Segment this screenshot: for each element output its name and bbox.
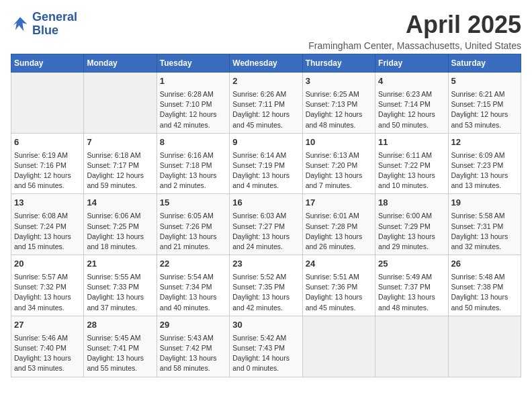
col-header-wednesday: Wednesday [230, 54, 302, 73]
sunset-text: Sunset: 7:18 PM [160, 161, 226, 171]
day-number: 30 [232, 319, 299, 332]
sunrise-text: Sunrise: 6:28 AM [160, 89, 226, 99]
sunset-text: Sunset: 7:41 PM [87, 343, 153, 353]
daylight-text: Daylight: 12 hours and 42 minutes. [160, 109, 226, 130]
day-number: 21 [87, 258, 153, 271]
daylight-text: Daylight: 13 hours and 10 minutes. [378, 171, 445, 191]
calendar-cell: 10Sunrise: 6:13 AMSunset: 7:20 PMDayligh… [302, 133, 375, 194]
day-number: 3 [306, 75, 372, 88]
daylight-text: Daylight: 13 hours and 32 minutes. [451, 232, 518, 252]
daylight-text: Daylight: 12 hours and 56 minutes. [14, 171, 81, 191]
daylight-text: Daylight: 13 hours and 15 minutes. [14, 232, 81, 252]
sunset-text: Sunset: 7:33 PM [87, 282, 153, 292]
daylight-text: Daylight: 14 hours and 0 minutes. [232, 353, 299, 373]
calendar-cell: 25Sunrise: 5:49 AMSunset: 7:37 PMDayligh… [375, 255, 448, 316]
calendar-cell [11, 73, 84, 134]
sunrise-text: Sunrise: 6:21 AM [451, 89, 518, 99]
sunset-text: Sunset: 7:36 PM [306, 282, 372, 292]
sunrise-text: Sunrise: 6:25 AM [306, 89, 372, 99]
sunrise-text: Sunrise: 5:46 AM [14, 333, 81, 343]
sunrise-text: Sunrise: 6:18 AM [87, 150, 153, 161]
sunset-text: Sunset: 7:15 PM [451, 99, 518, 109]
col-header-sunday: Sunday [11, 54, 84, 73]
daylight-text: Daylight: 13 hours and 40 minutes. [160, 292, 226, 312]
sunset-text: Sunset: 7:23 PM [451, 161, 518, 171]
sunrise-text: Sunrise: 5:45 AM [87, 333, 153, 343]
col-header-tuesday: Tuesday [157, 54, 229, 73]
sunrise-text: Sunrise: 5:48 AM [451, 272, 518, 282]
daylight-text: Daylight: 13 hours and 4 minutes. [232, 171, 299, 191]
day-number: 2 [232, 75, 299, 88]
calendar-cell [84, 73, 157, 134]
day-number: 6 [14, 136, 81, 149]
day-number: 7 [87, 136, 153, 149]
sunset-text: Sunset: 7:13 PM [306, 99, 372, 109]
day-number: 17 [306, 197, 372, 210]
daylight-text: Daylight: 13 hours and 37 minutes. [87, 292, 153, 312]
sunset-text: Sunset: 7:40 PM [14, 343, 81, 353]
calendar-cell: 29Sunrise: 5:43 AMSunset: 7:42 PMDayligh… [157, 316, 229, 377]
sunrise-text: Sunrise: 5:51 AM [306, 272, 372, 282]
sunset-text: Sunset: 7:38 PM [451, 282, 518, 292]
sunset-text: Sunset: 7:17 PM [87, 161, 153, 171]
day-number: 28 [87, 319, 153, 332]
col-header-thursday: Thursday [302, 54, 375, 73]
day-number: 8 [160, 136, 226, 149]
calendar-cell: 14Sunrise: 6:06 AMSunset: 7:25 PMDayligh… [84, 194, 157, 255]
daylight-text: Daylight: 13 hours and 42 minutes. [232, 292, 299, 312]
calendar-cell: 12Sunrise: 6:09 AMSunset: 7:23 PMDayligh… [448, 133, 521, 194]
sunrise-text: Sunrise: 6:26 AM [232, 89, 299, 99]
calendar-cell: 28Sunrise: 5:45 AMSunset: 7:41 PMDayligh… [84, 316, 157, 377]
logo-text: General Blue [32, 11, 77, 38]
sunrise-text: Sunrise: 6:13 AM [306, 150, 372, 161]
sunset-text: Sunset: 7:10 PM [160, 99, 226, 109]
calendar-cell: 20Sunrise: 5:57 AMSunset: 7:32 PMDayligh… [11, 255, 84, 316]
calendar-table: SundayMondayTuesdayWednesdayThursdayFrid… [11, 54, 521, 377]
daylight-text: Daylight: 12 hours and 45 minutes. [232, 109, 299, 130]
day-number: 11 [378, 136, 445, 149]
sunrise-text: Sunrise: 5:43 AM [160, 333, 226, 343]
day-number: 18 [378, 197, 445, 210]
calendar-cell: 13Sunrise: 6:08 AMSunset: 7:24 PMDayligh… [11, 194, 84, 255]
daylight-text: Daylight: 13 hours and 55 minutes. [87, 353, 153, 373]
calendar-cell: 9Sunrise: 6:14 AMSunset: 7:19 PMDaylight… [230, 133, 302, 194]
location: Framingham Center, Massachusetts, United… [308, 40, 521, 51]
sunset-text: Sunset: 7:35 PM [232, 282, 299, 292]
daylight-text: Daylight: 13 hours and 24 minutes. [232, 232, 299, 252]
calendar-cell: 22Sunrise: 5:54 AMSunset: 7:34 PMDayligh… [157, 255, 229, 316]
calendar-cell: 15Sunrise: 6:05 AMSunset: 7:26 PMDayligh… [157, 194, 229, 255]
sunrise-text: Sunrise: 5:42 AM [232, 333, 299, 343]
calendar-cell: 4Sunrise: 6:23 AMSunset: 7:14 PMDaylight… [375, 73, 448, 134]
daylight-text: Daylight: 13 hours and 48 minutes. [378, 292, 445, 312]
sunrise-text: Sunrise: 6:05 AM [160, 211, 226, 221]
daylight-text: Daylight: 12 hours and 48 minutes. [306, 109, 372, 130]
sunrise-text: Sunrise: 5:57 AM [14, 272, 81, 282]
daylight-text: Daylight: 13 hours and 58 minutes. [160, 353, 226, 373]
daylight-text: Daylight: 12 hours and 59 minutes. [87, 171, 153, 191]
title-block: April 2025 Framingham Center, Massachuse… [308, 11, 521, 51]
calendar-cell: 1Sunrise: 6:28 AMSunset: 7:10 PMDaylight… [157, 73, 229, 134]
daylight-text: Daylight: 13 hours and 21 minutes. [160, 232, 226, 252]
day-number: 22 [160, 258, 226, 271]
calendar-cell: 5Sunrise: 6:21 AMSunset: 7:15 PMDaylight… [448, 73, 521, 134]
sunrise-text: Sunrise: 6:16 AM [160, 150, 226, 161]
day-number: 23 [232, 258, 299, 271]
sunrise-text: Sunrise: 6:11 AM [378, 150, 445, 161]
sunrise-text: Sunrise: 5:54 AM [160, 272, 226, 282]
page-header: General Blue April 2025 Framingham Cente… [11, 11, 521, 51]
calendar-cell: 11Sunrise: 6:11 AMSunset: 7:22 PMDayligh… [375, 133, 448, 194]
col-header-saturday: Saturday [448, 54, 521, 73]
calendar-cell: 8Sunrise: 6:16 AMSunset: 7:18 PMDaylight… [157, 133, 229, 194]
daylight-text: Daylight: 12 hours and 53 minutes. [451, 109, 518, 130]
day-number: 24 [306, 258, 372, 271]
calendar-cell: 26Sunrise: 5:48 AMSunset: 7:38 PMDayligh… [448, 255, 521, 316]
sunrise-text: Sunrise: 6:19 AM [14, 150, 81, 161]
sunset-text: Sunset: 7:37 PM [378, 282, 445, 292]
sunrise-text: Sunrise: 6:00 AM [378, 211, 445, 221]
day-number: 10 [306, 136, 372, 149]
day-number: 26 [451, 258, 518, 271]
calendar-cell: 21Sunrise: 5:55 AMSunset: 7:33 PMDayligh… [84, 255, 157, 316]
calendar-cell: 30Sunrise: 5:42 AMSunset: 7:43 PMDayligh… [230, 316, 302, 377]
daylight-text: Daylight: 13 hours and 13 minutes. [451, 171, 518, 191]
day-number: 12 [451, 136, 518, 149]
